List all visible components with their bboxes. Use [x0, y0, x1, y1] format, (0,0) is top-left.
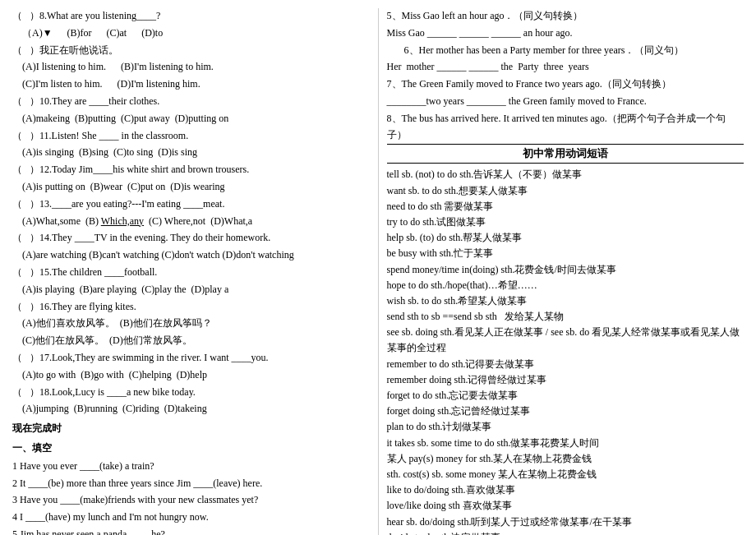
vocab-item: love/like doing sth 喜欢做某事 — [387, 498, 744, 514]
vocab-item: hear sb. do/doing sth.听到某人于过或经常做某事/在干某事 — [387, 514, 744, 530]
vocab-title: 初中常用动词短语 — [387, 144, 744, 164]
fill3: 3 Have you ____(make)friends with your n… — [12, 492, 370, 509]
q8-note: （ ）我正在听他说话。 — [12, 43, 370, 59]
q13-line: （ ）13.____are you eating?---I'm eating _… — [12, 196, 370, 213]
left-column: （ ）8.What are you listening____? （A)▼ (B… — [12, 8, 370, 535]
q14-opts: (A)are watching (B)can't watching (C)don… — [12, 247, 370, 264]
vocab-item: be busy with sth.忙于某事 — [387, 246, 744, 261]
q14-line: （ ）14.They ____TV in the evening. They d… — [12, 230, 370, 247]
q11-line: （ ）11.Listen! She ____ in the classroom. — [12, 128, 370, 145]
vocab-item: 某人 pay(s) money for sth.某人在某物上花费金钱 — [387, 451, 744, 467]
q13-which: Which,any — [101, 215, 144, 227]
q17-line: （ ）17.Look,They are swimming in the rive… — [12, 350, 370, 367]
page-container: （ ）8.What are you listening____? （A)▼ (B… — [12, 8, 744, 535]
q18-line: （ ）18.Look,Lucy is ____a new bike today. — [12, 385, 370, 401]
present-perfect-title: 现在完成时 — [12, 421, 370, 437]
vocab-item: wish sb. to do sth.希望某人做某事 — [387, 293, 744, 309]
vocab-item: decide to do sth.决定做某事 — [387, 530, 744, 535]
vocab-item: like to do/doing sth.喜欢做某事 — [387, 482, 744, 498]
vocab-item: help sb. (to) do sth.帮某人做某事 — [387, 230, 744, 246]
vocab-item: tell sb. (not) to do sth.告诉某人（不要）做某事 — [387, 167, 744, 182]
r-sent5-title: 5、Miss Gao left an hour ago．（同义句转换） — [387, 8, 744, 25]
vocab-item: send sth to sb ==send sb sth 发给某人某物 — [387, 309, 744, 325]
vocab-item: forget to do sth.忘记要去做某事 — [387, 388, 744, 404]
q16-opts-b: (C)他们在放风筝。 (D)他们常放风筝。 — [12, 333, 370, 349]
vocab-item: remember to do sth.记得要去做某事 — [387, 357, 744, 372]
fill-blank-title: 一、填空 — [12, 440, 370, 457]
q15-opts: (A)is playing (B)are playing (C)play the… — [12, 282, 370, 298]
vocab-item: try to do sth.试图做某事 — [387, 214, 744, 230]
fill1: 1 Have you ever ____(take) a train? — [12, 459, 370, 475]
q10-line: （ ）10.They are ____their clothes. — [12, 94, 370, 110]
vocab-item: forget doing sth.忘记曾经做过某事 — [387, 404, 744, 419]
vocab-item: plan to do sth.计划做某事 — [387, 419, 744, 435]
q10-opts: (A)makeing (B)putting (C)put away (D)put… — [12, 111, 370, 127]
q8-opts2a: (A)I listening to him. (B)I'm listening … — [12, 59, 370, 76]
r-sent7-title: 7、The Green Family moved to France two y… — [387, 76, 744, 93]
vocab-item: see sb. doing sth.看见某人正在做某事 / see sb. do… — [387, 325, 744, 356]
r-sent8: 8、The bus has arrived here. It arrived t… — [387, 111, 744, 144]
r-sent5-fill: Miss Gao ______ ______ ______ an hour ag… — [387, 25, 744, 42]
fill4: 4 I ____(have) my lunch and I'm not hung… — [12, 510, 370, 526]
q12-line: （ ）12.Today Jim____his white shirt and b… — [12, 162, 370, 178]
vocab-item: hope to do sth./hope(that)…希望…… — [387, 278, 744, 293]
q8-opts: （A)▼ (B)for (C)at (D)to — [12, 25, 370, 42]
vocab-item: remember doing sth.记得曾经做过某事 — [387, 372, 744, 388]
right-column: 5、Miss Gao left an hour ago．（同义句转换） Miss… — [378, 8, 744, 535]
q15-line: （ ）15.The children ____football. — [12, 265, 370, 281]
q12-opts: (A)is putting on (B)wear (C)put on (D)is… — [12, 179, 370, 196]
q8-opts2b: (C)I'm listen to him. (D)I'm listening h… — [12, 76, 370, 93]
q18-opts: (A)jumping (B)running (C)riding (D)takei… — [12, 401, 370, 417]
vocab-item: need to do sth 需要做某事 — [387, 199, 744, 214]
q13-opts: (A)What,some (B) Which,any (C) Where,not… — [12, 214, 370, 230]
vocab-item: it takes sb. some time to do sth.做某事花费某人… — [387, 436, 744, 451]
r-sent6-fill: Her mother ______ ______ the Party three… — [387, 59, 744, 76]
r-sent6-title: 6、Her mother has been a Party member for… — [387, 43, 744, 59]
q17-opts: (A)to go with (B)go with (C)helping (D)h… — [12, 367, 370, 384]
r-sent7-fill: ________two years ________ the Green fam… — [387, 94, 744, 110]
q16-line: （ ）16.They are flying kites. — [12, 299, 370, 316]
vocab-item: want sb. to do sth.想要某人做某事 — [387, 183, 744, 199]
fill2: 2 It ____(be) more than three years sinc… — [12, 476, 370, 492]
fill5: 5 Jim has never seen a panda, ____he? — [12, 527, 370, 535]
q8-line: （ ）8.What are you listening____? — [12, 8, 370, 25]
q11-opts: (A)is singing (B)sing (C)to sing (D)is s… — [12, 145, 370, 161]
vocab-item: spend money/time in(doing) sth.花费金钱/时间去做… — [387, 262, 744, 278]
vocab-item: sth. cost(s) sb. some money 某人在某物上花费金钱 — [387, 467, 744, 482]
q16-opts-a: (A)他们喜欢放风筝。 (B)他们在放风筝吗？ — [12, 316, 370, 332]
